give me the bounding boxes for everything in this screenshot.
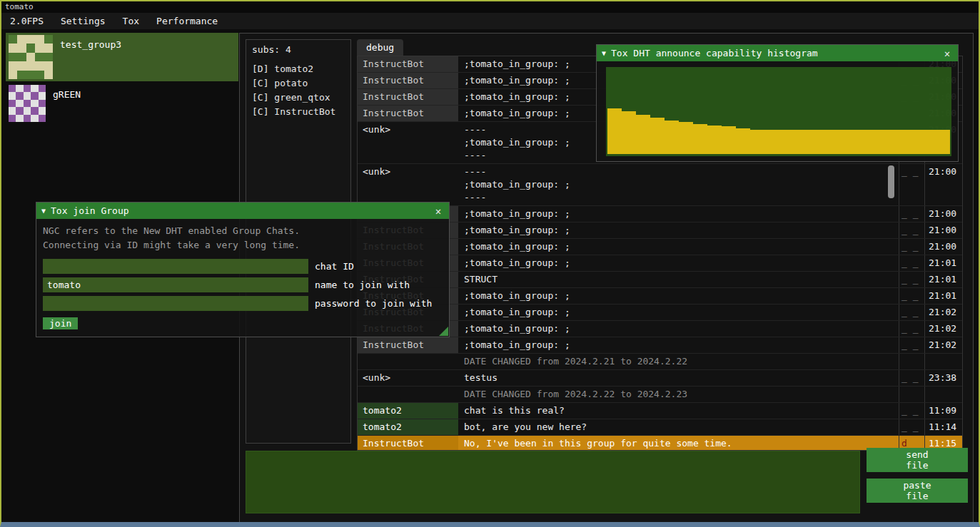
histogram-bar xyxy=(665,121,679,155)
histogram-window-title: Tox DHT announce capability histogram xyxy=(611,48,936,58)
message-row[interactable]: InstructBot;tomato_in_group: ;_ _21:02 xyxy=(358,337,962,354)
close-icon[interactable]: ✕ xyxy=(433,205,444,217)
histogram-bar xyxy=(879,130,893,154)
message-sender xyxy=(358,387,458,402)
message-timestamp: 21:01 xyxy=(924,288,962,304)
histogram-bar xyxy=(650,118,665,154)
message-text: ;tomato_in_group: ; xyxy=(458,337,899,353)
message-text: DATE CHANGED from 2024.2.21 to 2024.2.22 xyxy=(458,354,899,369)
message-text: ;tomato_in_group: ; xyxy=(458,288,899,304)
join-password-label: password to join with xyxy=(315,298,432,309)
join-form: NGC refers to the New DHT enabled Group … xyxy=(36,219,449,334)
join-button[interactable]: join xyxy=(43,317,78,329)
message-timestamp: 11:14 xyxy=(924,419,962,435)
group-list: test_group3gREEN xyxy=(6,33,238,133)
resize-grip-icon[interactable] xyxy=(439,327,448,336)
message-text: STRUCT xyxy=(458,272,899,287)
join-window-titlebar[interactable]: ▼ Tox join Group ✕ xyxy=(36,203,449,219)
message-timestamp: 21:00 xyxy=(924,164,962,205)
join-name-label: name to join with xyxy=(315,280,410,290)
menu-item-performance[interactable]: Performance xyxy=(148,13,226,29)
message-timestamp: 21:02 xyxy=(924,305,962,320)
app-window: tomato 2.0FPSSettingsToxPerformance test… xyxy=(0,0,980,527)
group-avatar xyxy=(9,35,53,79)
histogram-bar xyxy=(807,130,822,154)
message-status-flags xyxy=(899,387,924,402)
menu-bar: 2.0FPSSettingsToxPerformance xyxy=(1,13,979,29)
histogram-bar xyxy=(850,130,864,154)
histogram-bar xyxy=(793,130,807,154)
histogram-bar xyxy=(693,124,707,155)
message-sender: <unk> xyxy=(358,370,458,386)
collapse-arrow-icon[interactable]: ▼ xyxy=(602,49,606,57)
message-text: bot, are you new here? xyxy=(458,419,899,435)
chat-scrollbar-thumb[interactable] xyxy=(888,165,894,198)
message-timestamp: 11:09 xyxy=(924,403,962,419)
group-item-gREEN[interactable]: gREEN xyxy=(6,83,238,131)
group-name: gREEN xyxy=(53,85,81,129)
message-status-flags: _ _ xyxy=(899,288,924,304)
message-status-flags: _ _ xyxy=(899,206,924,222)
join-field-row: chat ID xyxy=(43,259,443,274)
tab-debug[interactable]: debug xyxy=(357,39,403,56)
message-status-flags: _ _ xyxy=(899,305,924,320)
histogram-bar xyxy=(636,115,650,154)
message-status-flags: _ _ xyxy=(899,337,924,353)
sub-item-0[interactable]: [D] tomato2 xyxy=(252,62,350,76)
message-input[interactable] xyxy=(246,451,860,513)
join-info-lines: NGC refers to the New DHT enabled Group … xyxy=(43,224,443,252)
histogram-bar xyxy=(822,130,836,154)
message-text: ;tomato_in_group: ; xyxy=(458,239,899,255)
histogram-bar xyxy=(893,130,907,154)
histogram-bar xyxy=(736,128,750,154)
histogram-window-titlebar[interactable]: ▼ Tox DHT announce capability histogram … xyxy=(597,45,958,61)
message-sender xyxy=(358,354,458,369)
message-text: chat is this real? xyxy=(458,403,899,419)
menu-item-tox[interactable]: Tox xyxy=(114,13,148,29)
histogram-bar xyxy=(607,108,622,154)
join-window-title: Tox join Group xyxy=(51,205,428,216)
group-item-test_group3[interactable]: test_group3 xyxy=(6,33,238,81)
message-text: ----;tomato_in_group: ;---- xyxy=(458,164,899,205)
message-row[interactable]: tomato2bot, are you new here?_ _11:14 xyxy=(358,419,962,436)
message-text: No, I've been in this group for quite so… xyxy=(458,436,899,451)
group-name: test_group3 xyxy=(60,35,121,79)
join-password-input[interactable] xyxy=(43,296,308,311)
join-info-line-0: NGC refers to the New DHT enabled Group … xyxy=(43,224,443,238)
join-field-row: password to join with xyxy=(43,296,443,311)
sub-item-1[interactable]: [C] potato xyxy=(252,76,350,91)
message-row[interactable]: <unk>testus_ _23:38 xyxy=(358,370,962,387)
subs-list: [D] tomato2[C] potato[C] green_qtox[C] I… xyxy=(252,62,350,119)
message-timestamp: 21:01 xyxy=(924,272,962,287)
message-sender: InstructBot xyxy=(358,89,458,105)
message-sender: InstructBot xyxy=(358,56,458,72)
menu-item-settings[interactable]: Settings xyxy=(52,13,114,29)
message-sender: InstructBot xyxy=(358,337,458,353)
join-name-input[interactable] xyxy=(43,277,308,292)
message-row[interactable]: tomato2chat is this real?_ _11:09 xyxy=(358,403,962,419)
message-text: ;tomato_in_group: ; xyxy=(458,321,899,337)
collapse-arrow-icon[interactable]: ▼ xyxy=(41,207,46,215)
histogram-bar xyxy=(750,130,764,154)
message-timestamp: 21:01 xyxy=(924,255,962,271)
send-file-button[interactable]: send file xyxy=(867,448,968,472)
date-changed-row: DATE CHANGED from 2024.2.22 to 2024.2.23 xyxy=(358,387,962,403)
message-status-flags: _ _ xyxy=(899,164,924,205)
group-avatar xyxy=(9,85,46,122)
histogram-bar xyxy=(679,122,693,154)
dht-histogram-window: ▼ Tox DHT announce capability histogram … xyxy=(596,44,959,162)
message-status-flags: _ _ xyxy=(899,370,924,386)
join-info-line-1: Connecting via ID might take a very long… xyxy=(43,238,443,252)
histogram-bar xyxy=(779,130,793,154)
join-group-window: ▼ Tox join Group ✕ NGC refers to the New… xyxy=(36,202,450,337)
sub-item-2[interactable]: [C] green_qtox xyxy=(252,91,350,105)
message-text: testus xyxy=(458,370,899,386)
sub-item-3[interactable]: [C] InstructBot xyxy=(252,105,350,119)
message-timestamp: 21:00 xyxy=(924,206,962,222)
paste-file-button[interactable]: paste file xyxy=(867,479,968,503)
message-sender: InstructBot xyxy=(358,436,458,451)
chat-id-input[interactable] xyxy=(43,259,308,274)
message-sender: InstructBot xyxy=(358,106,458,121)
close-icon[interactable]: ✕ xyxy=(941,48,953,59)
message-row[interactable]: <unk>----;tomato_in_group: ;----_ _21:00 xyxy=(358,164,962,206)
